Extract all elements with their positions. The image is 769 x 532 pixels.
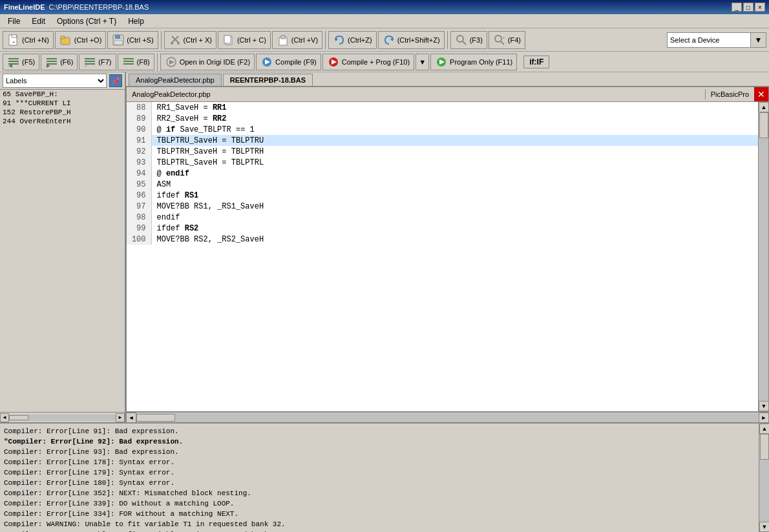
- compile-button[interactable]: Compile (F9): [256, 54, 321, 70]
- tab-analog-peak[interactable]: AnalogPeakDetector.pbp: [129, 74, 222, 86]
- code-line[interactable]: RR1_SaveH = RR1: [151, 102, 758, 113]
- program-only-label: Program Only (F11): [450, 58, 512, 66]
- tb2-f8-button[interactable]: (F8): [118, 54, 154, 70]
- tb2-f7-label: (F7): [98, 58, 111, 66]
- table-row: 90@ if Save_TBLPTR == 1: [127, 124, 758, 135]
- tb2-f7-button[interactable]: // (F7): [79, 54, 116, 70]
- find-button[interactable]: (F3): [450, 31, 487, 49]
- table-row: 96 ifdef RS1: [127, 190, 758, 201]
- labels-pin-button[interactable]: 📌: [109, 74, 122, 87]
- menu-options[interactable]: Options (Ctrl + T): [52, 15, 121, 27]
- table-row: 89RR2_SaveH = RR2: [127, 113, 758, 124]
- output-vscroll-up[interactable]: [759, 424, 769, 434]
- program-only-button[interactable]: Program Only (F11): [430, 54, 517, 70]
- find-next-button[interactable]: + (F4): [489, 31, 525, 49]
- maximize-button[interactable]: □: [743, 3, 753, 12]
- tb2-f5-button[interactable]: (F5): [3, 54, 39, 70]
- undo-icon: [333, 34, 346, 46]
- output-line: Compiler: Error[Line 180]: Syntax error.: [4, 478, 755, 488]
- code-line[interactable]: TBLPTRH_SaveH = TBLPTRH: [151, 146, 758, 157]
- labels-dropdown[interactable]: Labels: [3, 74, 107, 88]
- title-bar-controls[interactable]: _ □ ×: [732, 3, 765, 12]
- compile-prog-dropdown-button[interactable]: ▼: [416, 54, 429, 70]
- output-vscroll-track[interactable]: [759, 434, 769, 522]
- open-orig-ide-button[interactable]: Open in Origi IDE (F2): [160, 54, 255, 70]
- code-line[interactable]: endif: [151, 212, 758, 223]
- code-line[interactable]: @ if Save_TBLPTR == 1: [151, 124, 758, 135]
- new-button[interactable]: + (Ctrl +N): [3, 31, 54, 49]
- device-dropdown-button[interactable]: ▼: [751, 32, 766, 48]
- table-row: 100 MOVE?BB RS2, _RS2_SaveH: [127, 234, 758, 245]
- svg-point-12: [171, 42, 173, 45]
- code-line[interactable]: TBLPTRL_SaveH = TBLPTRL: [151, 157, 758, 168]
- minimize-button[interactable]: _: [732, 3, 742, 12]
- label-item[interactable]: 91 ***CURRENT LI: [0, 99, 125, 108]
- open-button[interactable]: (Ctrl +O): [55, 31, 106, 49]
- code-line[interactable]: TBLPTRU_SaveH = TBLPTRU: [151, 135, 758, 146]
- compile-label: Compile (F9): [275, 58, 317, 66]
- tb2-f8-label: (F8): [137, 58, 150, 66]
- open-icon: [59, 34, 72, 46]
- vscroll-down-arrow[interactable]: [759, 401, 769, 411]
- table-row: 92 TBLPTRH_SaveH = TBLPTRH: [127, 146, 758, 157]
- table-row: 99 ifdef RS2: [127, 223, 758, 234]
- label-item[interactable]: 152 RestorePBP_H: [0, 108, 125, 117]
- hscroll-track[interactable]: [136, 413, 759, 422]
- save-button[interactable]: (Ctrl +S): [107, 31, 158, 49]
- close-tab-button[interactable]: ✕: [754, 87, 768, 101]
- vscroll-thumb[interactable]: [759, 112, 768, 138]
- tb2-f6-button[interactable]: (F6): [41, 54, 78, 70]
- open-label: (Ctrl +O): [74, 36, 101, 44]
- label-item[interactable]: 65 SavePBP_H:: [0, 90, 125, 99]
- paste-button[interactable]: (Ctrl +V): [272, 31, 322, 49]
- code-line[interactable]: MOVE?BB RS1, _RS1_SaveH: [151, 201, 758, 212]
- svg-marker-19: [390, 37, 393, 41]
- labels-hscroll-thumb[interactable]: [9, 415, 28, 420]
- tab-reenterpbp[interactable]: REENTERPBP-18.BAS: [223, 74, 313, 86]
- menu-edit[interactable]: Edit: [26, 15, 50, 27]
- svg-line-21: [463, 41, 466, 45]
- hscroll-left-arrow[interactable]: [126, 413, 136, 423]
- output-content[interactable]: Compiler: Error[Line 91]: Bad expression…: [0, 424, 759, 532]
- tb2-indent-icon: [7, 56, 20, 68]
- output-vscroll-thumb[interactable]: [760, 434, 769, 460]
- svg-text:+: +: [502, 35, 505, 41]
- label-item[interactable]: 244 OverReEnterH: [0, 117, 125, 126]
- hscroll-right-arrow[interactable]: [759, 413, 769, 423]
- output-line: Compiler: Error[Line 178]: Syntax error.: [4, 457, 755, 467]
- find-next-label: (F4): [508, 36, 521, 44]
- svg-rect-33: [85, 58, 95, 59]
- device-selector-input[interactable]: [667, 32, 751, 48]
- compile-prog-button[interactable]: Compile + Prog (F10): [322, 54, 414, 70]
- redo-button[interactable]: (Ctrl+Shift+Z): [378, 31, 445, 49]
- menu-bar: File Edit Options (Ctrl + T) Help: [0, 14, 769, 28]
- menu-help[interactable]: Help: [123, 15, 149, 27]
- code-line[interactable]: ifdef RS2: [151, 223, 758, 234]
- save-label: (Ctrl +S): [127, 36, 153, 44]
- menu-file[interactable]: File: [3, 15, 25, 27]
- tb2-f5-label: (F5): [22, 58, 35, 66]
- labels-hscroll-left[interactable]: ◄: [0, 413, 9, 422]
- table-row: 95 ASM: [127, 179, 758, 190]
- hscroll-thumb[interactable]: [136, 414, 175, 422]
- code-line[interactable]: RR2_SaveH = RR2: [151, 113, 758, 124]
- picbasicpro-badge: PicBasicPro: [705, 89, 754, 99]
- code-content[interactable]: 88RR1_SaveH = RR189RR2_SaveH = RR290@ if…: [127, 102, 758, 411]
- output-line: Compiler: Error[Line 339]: DO without a …: [4, 498, 755, 509]
- code-line[interactable]: ASM: [151, 179, 758, 190]
- cut-button[interactable]: (Ctrl + X): [164, 31, 216, 49]
- compile-prog-label: Compile + Prog (F10): [342, 58, 410, 66]
- output-vscroll-down[interactable]: [759, 522, 769, 532]
- close-window-button[interactable]: ×: [755, 3, 765, 12]
- redo-label: (Ctrl+Shift+Z): [397, 36, 440, 44]
- code-line[interactable]: ifdef RS1: [151, 190, 758, 201]
- undo-button[interactable]: (Ctrl+Z): [328, 31, 377, 49]
- code-line[interactable]: MOVE?BB RS2, _RS2_SaveH: [151, 234, 758, 245]
- copy-button[interactable]: (Ctrl + C): [218, 31, 271, 49]
- vscroll-track[interactable]: [759, 112, 768, 401]
- vscroll-up-arrow[interactable]: [759, 102, 769, 112]
- labels-hscroll-right[interactable]: ►: [116, 413, 125, 422]
- output-line: Compiler: WARNING: Unable to fit variabl…: [4, 529, 755, 532]
- code-line[interactable]: @ endif: [151, 168, 758, 179]
- svg-rect-25: [8, 58, 19, 59]
